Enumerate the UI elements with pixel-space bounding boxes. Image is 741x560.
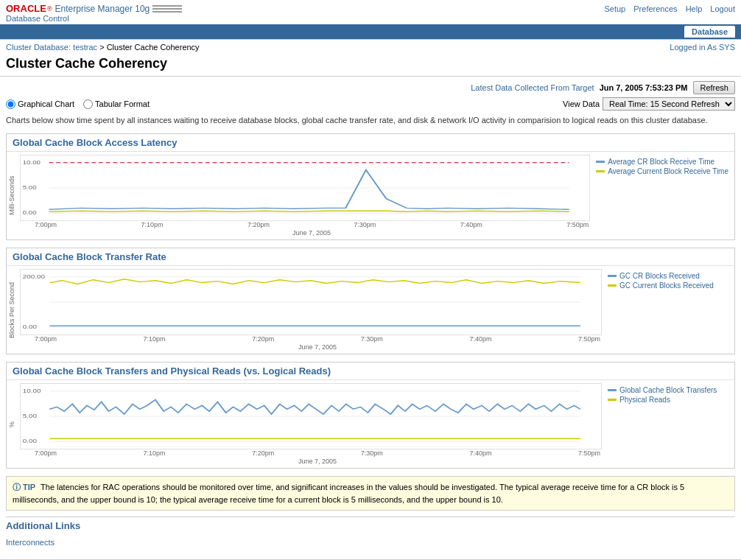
header-top: ORACLE ® Enterprise Manager 10g Setup Pr…	[0, 0, 741, 14]
physical-legend-global-color	[608, 389, 617, 391]
svg-text:0.00: 0.00	[23, 324, 37, 330]
latest-date-value: Jun 7, 2005 7:53:23 PM	[600, 83, 688, 92]
svg-text:200.00: 200.00	[23, 274, 45, 280]
tabular-label: Tabular Format	[95, 99, 150, 108]
oracle-reg: ®	[47, 5, 52, 13]
setup-link[interactable]: Setup	[604, 4, 625, 13]
transfer-legend-cr: GC CR Blocks Received	[608, 272, 728, 280]
transfer-legend: GC CR Blocks Received GC Current Blocks …	[602, 269, 734, 351]
graphical-chart-option[interactable]: Graphical Chart	[6, 99, 74, 109]
svg-text:0.00: 0.00	[23, 210, 37, 216]
db-control-label: Database Control	[0, 14, 741, 24]
description-text: Charts below show time spent by all inst…	[6, 115, 735, 126]
graphical-chart-radio[interactable]	[6, 99, 15, 109]
latency-chart-wrapper: 10.00 5.00 0.00 7:00pm 7:10pm	[20, 155, 590, 237]
latest-data-label: Latest Data Collected From Target Jun 7,…	[471, 83, 687, 92]
breadcrumb-path: Cluster Database: testrac > Cluster Cach…	[6, 43, 200, 52]
latency-cr-link[interactable]: Average CR Block Receive Time	[608, 158, 714, 166]
breadcrumb-cluster-link[interactable]: Cluster Database: testrac	[6, 43, 97, 52]
transfer-x-label-1: 7:00pm	[35, 335, 57, 343]
latency-x-labels: 7:00pm 7:10pm 7:20pm 7:30pm 7:40pm 7:50p…	[33, 221, 590, 228]
em-product-name: Enterprise Manager 10g	[55, 4, 150, 14]
transfer-legend-current: GC Current Blocks Received	[608, 281, 728, 290]
db-tab-bar: Database	[0, 24, 741, 39]
content-area: Latest Data Collected From Target Jun 7,…	[0, 77, 741, 559]
transfer-svg: 200.00 0.00	[20, 269, 602, 335]
refresh-button[interactable]: Refresh	[693, 81, 735, 94]
latency-chart-section: Global Cache Block Access Latency Milli-…	[6, 133, 735, 240]
transfer-legend-cr-color	[608, 275, 617, 277]
latency-svg: 10.00 5.00 0.00	[20, 155, 590, 221]
latest-data-prefix: Latest Data Collected From Target	[471, 83, 594, 92]
interconnects-link[interactable]: Interconnects	[6, 538, 55, 547]
transfer-chart-title: Global Cache Block Transfer Rate	[7, 248, 734, 266]
svg-text:10.00: 10.00	[23, 388, 41, 394]
latency-y-label: Milli-Seconds	[7, 155, 20, 237]
transfer-x-label-5: 7:40pm	[469, 335, 491, 343]
header: ORACLE ® Enterprise Manager 10g Setup Pr…	[0, 0, 741, 40]
additional-links-section: Additional Links Interconnects	[6, 517, 735, 547]
latency-x-label-1: 7:00pm	[35, 221, 57, 228]
latency-x-label-6: 7:50pm	[566, 221, 589, 228]
physical-x-label-6: 7:50pm	[578, 449, 600, 457]
physical-x-date: June 7, 2005	[33, 457, 602, 465]
transfer-x-label-3: 7:20pm	[252, 335, 274, 343]
latency-legend: Average CR Block Receive Time Average Cu…	[590, 155, 734, 237]
transfer-x-date: June 7, 2005	[33, 343, 602, 351]
transfer-gc-cr-link[interactable]: GC CR Blocks Received	[619, 272, 700, 280]
tip-prefix: TIP	[23, 483, 35, 491]
latency-legend-cr: Average CR Block Receive Time	[596, 158, 728, 166]
breadcrumb-current: Cluster Cache Coherency	[107, 43, 200, 52]
latency-x-date: June 7, 2005	[33, 228, 590, 237]
physical-legend: Global Cache Block Transfers Physical Re…	[602, 383, 734, 465]
preferences-link-top[interactable]: Preferences	[633, 4, 677, 13]
latency-x-label-4: 7:30pm	[354, 221, 376, 228]
additional-links-title: Additional Links	[6, 517, 735, 534]
tabular-format-option[interactable]: Tabular Format	[83, 99, 150, 109]
page-title: Cluster Cache Coherency	[0, 55, 741, 77]
display-format-group: Graphical Chart Tabular Format	[6, 99, 150, 109]
view-data-label: View Data	[563, 99, 600, 108]
help-link-top[interactable]: Help	[686, 4, 703, 13]
physical-x-label-2: 7:10pm	[144, 449, 166, 457]
view-data-select[interactable]: Real Time: 15 Second Refresh	[603, 97, 735, 111]
transfer-chart-section: Global Cache Block Transfer Rate Blocks …	[6, 248, 735, 354]
oracle-wordmark: ORACLE	[6, 3, 46, 14]
tip-icon: ⓘ TIP	[13, 483, 35, 491]
physical-chart-wrapper: 10.00 5.00 0.00 7:00pm 7:10pm 7:20pm 7:3…	[20, 383, 602, 465]
transfer-legend-current-color	[608, 284, 617, 287]
transfer-chart-area: Blocks Per Second 200.00 0.00 7:00pm 7:1…	[7, 266, 734, 354]
latency-legend-cr-color	[596, 161, 605, 163]
latency-chart-title: Global Cache Block Access Latency	[7, 134, 734, 152]
breadcrumb: Cluster Database: testrac > Cluster Cach…	[0, 40, 741, 55]
em-lines-decoration	[152, 5, 182, 13]
physical-reads-link[interactable]: Physical Reads	[619, 396, 670, 404]
physical-x-labels: 7:00pm 7:10pm 7:20pm 7:30pm 7:40pm 7:50p…	[33, 449, 602, 457]
physical-x-label-5: 7:40pm	[469, 449, 491, 457]
physical-chart-area: % 10.00 5.00 0.00 7:00pm 7:10pm	[7, 380, 734, 468]
physical-legend-global: Global Cache Block Transfers	[608, 386, 728, 394]
tabular-format-radio[interactable]	[83, 99, 93, 109]
physical-svg: 10.00 5.00 0.00	[20, 383, 602, 449]
transfer-chart-wrapper: 200.00 0.00 7:00pm 7:10pm 7:20pm 7:30pm …	[20, 269, 602, 351]
tip-text: The latencies for RAC operations should …	[13, 483, 684, 504]
transfer-x-labels: 7:00pm 7:10pm 7:20pm 7:30pm 7:40pm 7:50p…	[33, 335, 602, 343]
tip-section: ⓘ TIP The latencies for RAC operations s…	[6, 476, 735, 511]
logout-link-top[interactable]: Logout	[710, 4, 735, 13]
logged-in-label: Logged in As SYS	[670, 43, 735, 52]
latest-data-bar: Latest Data Collected From Target Jun 7,…	[6, 81, 735, 94]
graphical-label: Graphical Chart	[18, 99, 74, 108]
latency-x-label-3: 7:20pm	[247, 221, 270, 228]
svg-text:0.00: 0.00	[23, 438, 37, 444]
physical-global-link[interactable]: Global Cache Block Transfers	[619, 386, 717, 394]
physical-legend-reads-color	[608, 399, 617, 401]
transfer-gc-current-link[interactable]: GC Current Blocks Received	[619, 281, 714, 290]
svg-text:5.00: 5.00	[23, 413, 37, 419]
svg-text:5.00: 5.00	[23, 185, 37, 191]
latency-x-label-5: 7:40pm	[460, 221, 482, 228]
latency-current-link[interactable]: Average Current Block Receive Time	[608, 167, 728, 175]
transfer-x-label-2: 7:10pm	[144, 335, 166, 343]
latency-legend-current: Average Current Block Receive Time	[596, 167, 728, 175]
breadcrumb-separator: >	[99, 43, 106, 52]
physical-x-label-4: 7:30pm	[361, 449, 383, 457]
